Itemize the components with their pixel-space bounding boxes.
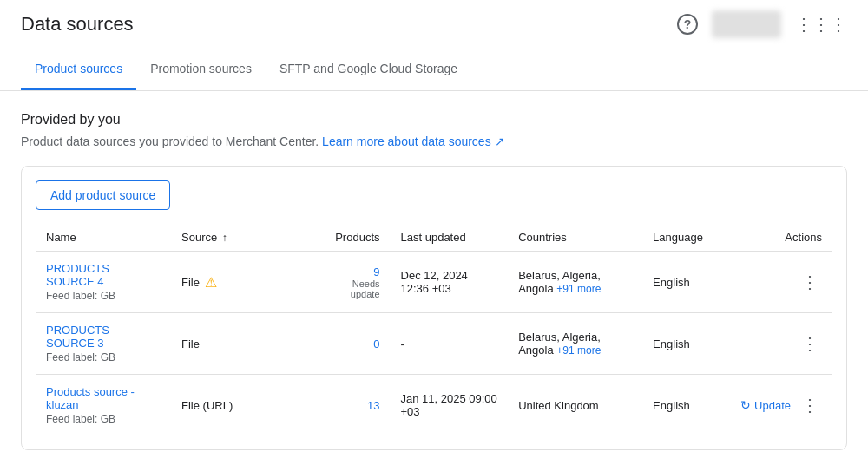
- feed-label: Feed label: GB: [46, 413, 161, 425]
- feed-label: Feed label: GB: [46, 351, 161, 364]
- help-icon[interactable]: ?: [677, 14, 698, 35]
- header: Data sources ? ⋮⋮⋮: [0, 0, 868, 49]
- source-type: File: [181, 337, 200, 350]
- more-countries-link[interactable]: +91 more: [556, 344, 601, 357]
- needs-update-label: Needs update: [332, 278, 380, 299]
- data-sources-card: Add product source Name Source ↑ Product…: [21, 166, 847, 450]
- source-cell: File: [171, 313, 321, 375]
- col-header-language: Language: [642, 224, 728, 252]
- products-cell: 13: [321, 375, 391, 436]
- col-header-countries: Countries: [508, 224, 642, 252]
- apps-icon[interactable]: ⋮⋮⋮: [795, 14, 847, 35]
- sources-table: Name Source ↑ Products Last updated Coun…: [36, 224, 832, 436]
- actions-cell: ⋮: [728, 252, 832, 313]
- section-description: Product data sources you provided to Mer…: [21, 134, 847, 148]
- countries-cell: Belarus, Algeria, Angola +91 more: [508, 313, 642, 375]
- more-actions-button[interactable]: ⋮: [798, 393, 822, 417]
- tabs-nav: Product sources Promotion sources SFTP a…: [0, 49, 868, 91]
- countries-cell: United Kingdom: [508, 375, 642, 436]
- col-header-name: Name: [36, 224, 171, 252]
- language-cell: English: [642, 252, 728, 313]
- feed-label: Feed label: GB: [46, 290, 161, 302]
- source-name-link[interactable]: PRODUCTS SOURCE 4: [46, 262, 109, 288]
- last-updated-cell: -: [391, 313, 509, 375]
- last-updated-cell: Jan 11, 2025 09:00 +03: [391, 375, 509, 436]
- products-cell: 9Needs update: [321, 252, 391, 313]
- tab-sftp[interactable]: SFTP and Google Cloud Storage: [266, 49, 471, 90]
- col-header-updated: Last updated: [391, 224, 509, 252]
- countries-cell: Belarus, Algeria, Angola +91 more: [508, 252, 642, 313]
- source-cell: File (URL): [171, 375, 321, 436]
- table-row: PRODUCTS SOURCE 4 Feed label: GB File ⚠ …: [36, 252, 832, 313]
- update-button[interactable]: ↻Update: [740, 398, 791, 412]
- actions-cell: ⋮: [728, 313, 832, 375]
- name-cell: PRODUCTS SOURCE 4 Feed label: GB: [36, 252, 171, 313]
- refresh-icon: ↻: [740, 398, 751, 412]
- col-header-actions: Actions: [728, 224, 832, 252]
- col-header-source[interactable]: Source ↑: [171, 224, 321, 252]
- name-cell: Products source - kluzan Feed label: GB: [36, 375, 171, 436]
- actions-cell: ↻Update⋮: [728, 375, 832, 436]
- source-cell: File ⚠: [171, 252, 321, 313]
- warning-icon: ⚠: [205, 274, 217, 291]
- learn-more-link[interactable]: Learn more about data sources ↗: [322, 134, 504, 148]
- more-actions-button[interactable]: ⋮: [798, 331, 822, 356]
- page-title: Data sources: [21, 13, 134, 36]
- products-link[interactable]: 9: [373, 265, 379, 278]
- add-product-source-button[interactable]: Add product source: [36, 180, 170, 210]
- sort-icon: ↑: [222, 232, 227, 244]
- more-actions-button[interactable]: ⋮: [798, 270, 822, 294]
- language-cell: English: [642, 313, 728, 375]
- header-right: ? ⋮⋮⋮: [677, 10, 847, 38]
- language-cell: English: [642, 375, 728, 436]
- section-title: Provided by you: [21, 112, 847, 128]
- source-name-link[interactable]: Products source - kluzan: [46, 385, 135, 411]
- last-updated-cell: Dec 12, 2024 12:36 +03: [391, 252, 509, 313]
- name-cell: PRODUCTS SOURCE 3 Feed label: GB: [36, 313, 171, 375]
- products-cell: 0: [321, 313, 391, 375]
- col-header-products: Products: [321, 224, 391, 252]
- source-type: File (URL): [181, 399, 233, 412]
- tab-promotion-sources[interactable]: Promotion sources: [136, 49, 266, 90]
- products-link[interactable]: 0: [373, 337, 379, 350]
- source-name-link[interactable]: PRODUCTS SOURCE 3: [46, 324, 109, 350]
- tab-product-sources[interactable]: Product sources: [21, 49, 136, 90]
- avatar: [712, 10, 781, 38]
- source-type: File: [181, 276, 200, 289]
- main-content: Provided by you Product data sources you…: [0, 91, 868, 452]
- table-row: PRODUCTS SOURCE 3 Feed label: GB File0-B…: [36, 313, 832, 375]
- products-link[interactable]: 13: [367, 399, 379, 412]
- more-countries-link[interactable]: +91 more: [556, 283, 601, 295]
- table-row: Products source - kluzan Feed label: GB …: [36, 375, 832, 436]
